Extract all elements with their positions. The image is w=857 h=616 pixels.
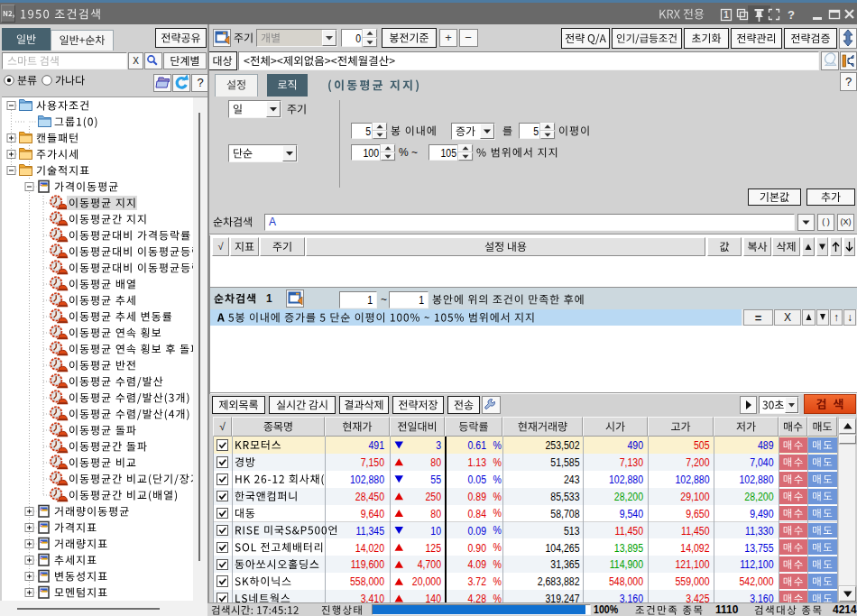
svg-text:1110: 1110 <box>715 603 739 616</box>
svg-text:31,365: 31,365 <box>550 557 579 572</box>
svg-text:9,540: 9,540 <box>620 507 644 521</box>
svg-text:%: % <box>493 575 502 587</box>
svg-text:85,533: 85,533 <box>550 490 579 504</box>
svg-text:0.61: 0.61 <box>468 438 487 453</box>
svg-text:250: 250 <box>425 490 441 504</box>
svg-text:0: 0 <box>355 31 361 45</box>
svg-text:55: 55 <box>430 473 441 487</box>
svg-text:%: % <box>493 523 502 536</box>
svg-text:319,247: 319,247 <box>545 592 579 606</box>
svg-text:542,000: 542,000 <box>739 575 773 589</box>
svg-text:↓: ↓ <box>847 311 852 324</box>
svg-text:0.05: 0.05 <box>468 473 487 487</box>
svg-text:% ~: % ~ <box>399 146 418 159</box>
svg-text:%: % <box>493 540 502 553</box>
svg-text:28,450: 28,450 <box>355 490 384 504</box>
svg-text:9,490: 9,490 <box>750 507 774 521</box>
svg-text:3,425: 3,425 <box>686 592 710 606</box>
svg-text:0.84: 0.84 <box>468 507 487 521</box>
svg-text:4.28: 4.28 <box>468 592 487 606</box>
svg-text:140: 140 <box>425 592 441 606</box>
svg-text:−: − <box>465 31 472 44</box>
svg-text:100%: 100% <box>594 603 618 616</box>
svg-text:3,160: 3,160 <box>620 592 644 606</box>
svg-text:( ): ( ) <box>822 217 830 226</box>
svg-text:1: 1 <box>266 292 272 305</box>
svg-text:51,585: 51,585 <box>550 455 579 470</box>
svg-text:%: % <box>493 473 502 485</box>
svg-text:119,600: 119,600 <box>351 557 384 572</box>
svg-text:0.89: 0.89 <box>468 490 487 504</box>
svg-text:?: ? <box>788 8 795 22</box>
svg-text:114,900: 114,900 <box>610 557 643 572</box>
svg-text:1: 1 <box>723 10 729 20</box>
svg-text:104,265: 104,265 <box>545 540 579 555</box>
svg-text:9,640: 9,640 <box>361 507 385 521</box>
svg-text:3: 3 <box>436 438 441 453</box>
svg-text:125: 125 <box>425 540 441 555</box>
svg-text:↑: ↑ <box>834 311 839 324</box>
svg-text:11,450: 11,450 <box>615 523 644 538</box>
svg-text:X: X <box>133 56 139 66</box>
svg-text:4,700: 4,700 <box>418 557 442 572</box>
svg-text:4214: 4214 <box>833 603 857 616</box>
svg-text:3.72: 3.72 <box>468 575 487 589</box>
svg-text:%: % <box>493 507 502 519</box>
svg-text:7,150: 7,150 <box>361 455 385 470</box>
svg-text:13,895: 13,895 <box>614 540 643 555</box>
svg-text:513: 513 <box>564 523 580 538</box>
svg-text:%: % <box>493 557 502 570</box>
svg-text:489: 489 <box>758 438 774 453</box>
svg-text:548,000: 548,000 <box>609 575 643 589</box>
svg-text:3,160: 3,160 <box>750 592 774 606</box>
svg-text:490: 490 <box>627 438 643 453</box>
svg-text:13,755: 13,755 <box>744 540 773 555</box>
svg-text:X: X <box>784 311 791 324</box>
svg-text:1.13: 1.13 <box>468 455 487 470</box>
svg-text:121,100: 121,100 <box>675 557 709 572</box>
svg-text:0.90: 0.90 <box>468 540 487 555</box>
svg-text:=: = <box>755 311 762 325</box>
svg-text:558,000: 558,000 <box>350 575 384 589</box>
svg-text:14,092: 14,092 <box>680 540 709 555</box>
svg-text:14,020: 14,020 <box>355 540 384 555</box>
svg-text:?: ? <box>197 76 203 89</box>
svg-text:491: 491 <box>368 438 384 453</box>
svg-text:105: 105 <box>440 145 456 160</box>
svg-text:20,000: 20,000 <box>412 575 441 589</box>
svg-text:A: A <box>269 216 276 228</box>
svg-text:112,100: 112,100 <box>740 557 773 572</box>
svg-text:4.09: 4.09 <box>468 557 487 572</box>
svg-text:~: ~ <box>381 293 387 306</box>
svg-text:7,040: 7,040 <box>750 455 774 470</box>
svg-text:243: 243 <box>564 473 580 487</box>
svg-text:559,000: 559,000 <box>675 575 709 589</box>
svg-text:3,410: 3,410 <box>361 592 385 606</box>
svg-text:28,200: 28,200 <box>614 490 643 504</box>
svg-text:%: % <box>493 438 502 451</box>
svg-text:?: ? <box>845 75 852 88</box>
svg-text:102,880: 102,880 <box>350 473 384 487</box>
svg-text:%: % <box>493 490 502 502</box>
svg-text:10: 10 <box>430 523 441 538</box>
svg-text:29,100: 29,100 <box>680 490 709 504</box>
svg-text:100: 100 <box>363 145 379 160</box>
svg-text:11,345: 11,345 <box>356 523 385 538</box>
svg-text:7,200: 7,200 <box>686 455 710 470</box>
svg-text:11,330: 11,330 <box>745 523 774 538</box>
svg-text:505: 505 <box>694 438 710 453</box>
svg-text:√: √ <box>219 420 226 433</box>
svg-text:1: 1 <box>419 293 424 308</box>
svg-text:%: % <box>493 455 502 468</box>
svg-text:0.09: 0.09 <box>468 523 487 538</box>
svg-text:28,200: 28,200 <box>744 490 773 504</box>
svg-text:%: % <box>493 592 502 604</box>
svg-text:1: 1 <box>367 293 373 308</box>
svg-text:11,450: 11,450 <box>681 523 710 538</box>
svg-text:102,880: 102,880 <box>739 473 773 487</box>
svg-text:102,880: 102,880 <box>609 473 643 487</box>
svg-text:58,708: 58,708 <box>550 507 579 521</box>
svg-text:80: 80 <box>430 455 441 470</box>
svg-text:(X): (X) <box>841 217 852 226</box>
svg-text:5: 5 <box>365 124 371 138</box>
